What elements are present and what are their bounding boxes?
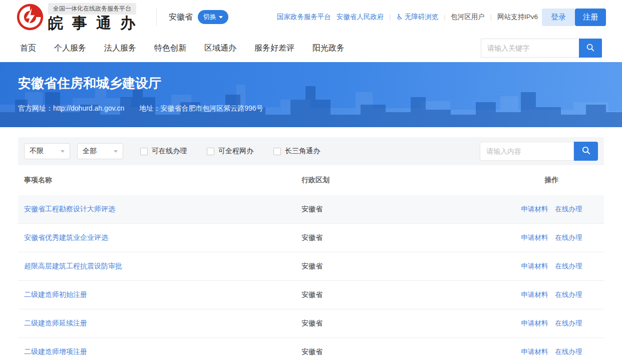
table-row[interactable]: 二级建造师初始注册 安徽省 申请材料 在线办理 (18, 281, 604, 309)
separator: | (444, 14, 445, 21)
platform-badge: 全国一体化在线政务服务平台 (48, 3, 136, 15)
apply-materials-link[interactable]: 申请材料 (521, 233, 548, 242)
filter-checkboxes: 可在线办理可全程网办长三角通办 (140, 147, 320, 156)
table-row[interactable]: 二级建造师增项注册 安徽省 申请材料 在线办理 (18, 338, 604, 364)
column-header-region: 行政区划 (301, 176, 505, 185)
table-header-row: 事项名称 行政区划 操作 (18, 165, 604, 195)
region-label: 安徽省 (169, 12, 193, 23)
search-icon (581, 146, 591, 157)
select-value: 不限 (30, 147, 44, 156)
header-link-label: 无障碍浏览 (405, 13, 439, 22)
nav-item[interactable]: 首页 (20, 43, 36, 54)
online-handle-link[interactable]: 在线办理 (555, 347, 582, 356)
header-link-label: 网站支持IPv6 (497, 13, 538, 22)
top-header: 全国一体化在线政务服务平台 皖事通办 安徽省 切换 国家政务服务平台安徽省人民政… (0, 0, 622, 34)
official-website: 官方网址：http://dohurd.ah.gov.cn (18, 104, 124, 113)
apply-materials-link[interactable]: 申请材料 (521, 262, 548, 271)
site-name: 皖事通办 (48, 15, 144, 31)
page: 全国一体化在线政务服务平台 皖事通办 安徽省 切换 国家政务服务平台安徽省人民政… (0, 0, 622, 364)
table-body: 安徽省工程勘察设计大师评选 安徽省 申请材料 在线办理 安徽省优秀建筑业企业评选… (18, 195, 604, 364)
login-button[interactable]: 登录 (542, 9, 575, 26)
item-name-link[interactable]: 二级建造师初始注册 (24, 290, 87, 298)
chevron-down-icon (219, 16, 223, 19)
header-link[interactable]: 包河区用户 (451, 13, 485, 22)
table-row[interactable]: 安徽省工程勘察设计大师评选 安徽省 申请材料 在线办理 (18, 195, 604, 224)
item-region: 安徽省 (301, 290, 505, 299)
separator: | (389, 14, 391, 21)
vertical-divider (156, 8, 157, 26)
brand-text: 全国一体化在线政务服务平台 皖事通办 (48, 3, 144, 31)
online-handle-link[interactable]: 在线办理 (555, 262, 582, 271)
online-handle-link[interactable]: 在线办理 (555, 319, 582, 328)
checkbox-label: 可在线办理 (152, 147, 187, 156)
nav-item[interactable]: 法人服务 (104, 43, 136, 54)
department-banner: 安徽省住房和城乡建设厅 官方网址：http://dohurd.ah.gov.cn… (0, 62, 622, 127)
nav-item[interactable]: 个人服务 (54, 43, 86, 54)
register-button[interactable]: 注册 (575, 9, 606, 26)
page-title: 安徽省住房和城乡建设厅 (18, 62, 604, 92)
department-address: 地址：安徽省合肥市包河区紫云路996号 (139, 104, 263, 113)
header-links: 国家政务服务平台安徽省人民政府|♿无障碍浏览|包河区用户|网站支持IPv6 (277, 13, 538, 22)
apply-materials-link[interactable]: 申请材料 (521, 290, 548, 299)
accessibility-icon: ♿ (396, 13, 403, 22)
online-handle-link[interactable]: 在线办理 (555, 290, 582, 299)
checkbox-box[interactable] (140, 148, 148, 155)
switch-label: 切换 (203, 13, 216, 22)
table-row[interactable]: 二级建造师延续注册 安徽省 申请材料 在线办理 (18, 309, 604, 338)
apply-materials-link[interactable]: 申请材料 (521, 347, 548, 356)
header-link[interactable]: 国家政务服务平台 (277, 13, 331, 22)
header-link[interactable]: ♿无障碍浏览 (396, 13, 438, 22)
column-header-actions: 操作 (505, 176, 598, 185)
brand: 全国一体化在线政务服务平台 皖事通办 (16, 3, 144, 31)
header-link-label: 包河区用户 (451, 13, 485, 22)
checkbox-box[interactable] (273, 148, 281, 155)
item-name-link[interactable]: 安徽省优秀建筑业企业评选 (24, 233, 108, 241)
nav-item[interactable]: 阳光政务 (313, 43, 345, 54)
filter-select-all[interactable]: 全部 (77, 143, 123, 159)
item-region: 安徽省 (301, 347, 505, 356)
filter-checkbox[interactable]: 长三角通办 (273, 147, 320, 156)
filter-select-unlimited[interactable]: 不限 (24, 143, 70, 159)
site-logo (16, 3, 44, 31)
nav-item[interactable]: 服务好差评 (254, 43, 294, 54)
column-header-name: 事项名称 (24, 176, 301, 185)
nav-item[interactable]: 区域通办 (204, 43, 236, 54)
keyword-search-button[interactable] (579, 39, 602, 58)
checkbox-label: 可全程网办 (218, 147, 253, 156)
nav-item[interactable]: 特色创新 (154, 43, 186, 54)
online-handle-link[interactable]: 在线办理 (555, 233, 582, 242)
main-content: 不限 全部 可在线办理可全程网办长三角通办 事项名称 行政区划 (0, 127, 622, 364)
item-region: 安徽省 (301, 233, 505, 242)
item-name-link[interactable]: 二级建造师延续注册 (24, 319, 87, 327)
checkbox-label: 长三角通办 (285, 147, 320, 156)
filter-search (480, 142, 598, 161)
services-table: 事项名称 行政区划 操作 安徽省工程勘察设计大师评选 安徽省 申请材料 在线办理… (18, 165, 604, 364)
content-search-input[interactable] (480, 142, 574, 161)
keyword-search-input[interactable] (481, 39, 579, 58)
main-nav: 首页个人服务法人服务特色创新区域通办服务好差评阳光政务 (0, 34, 622, 62)
search-icon (586, 43, 595, 54)
item-region: 安徽省 (301, 319, 505, 328)
checkbox-box[interactable] (207, 148, 214, 155)
header-link[interactable]: 网站支持IPv6 (497, 13, 538, 22)
online-handle-link[interactable]: 在线办理 (555, 205, 582, 214)
table-row[interactable]: 安徽省优秀建筑业企业评选 安徽省 申请材料 在线办理 (18, 224, 604, 252)
apply-materials-link[interactable]: 申请材料 (521, 319, 548, 328)
apply-materials-link[interactable]: 申请材料 (521, 205, 548, 214)
header-link[interactable]: 安徽省人民政府 (337, 13, 384, 22)
chevron-down-icon (114, 150, 118, 153)
region-switch: 安徽省 切换 (169, 10, 228, 24)
region-switch-button[interactable]: 切换 (198, 10, 228, 24)
item-name-link[interactable]: 超限高层建筑工程抗震设防审批 (24, 262, 122, 270)
separator: | (490, 14, 492, 21)
item-name-link[interactable]: 安徽省工程勘察设计大师评选 (24, 205, 115, 213)
item-region: 安徽省 (301, 262, 505, 271)
filter-checkbox[interactable]: 可在线办理 (140, 147, 187, 156)
table-row[interactable]: 超限高层建筑工程抗震设防审批 安徽省 申请材料 在线办理 (18, 252, 604, 281)
header-link-label: 国家政务服务平台 (277, 13, 331, 22)
filter-checkbox[interactable]: 可全程网办 (207, 147, 253, 156)
nav-items: 首页个人服务法人服务特色创新区域通办服务好差评阳光政务 (20, 43, 345, 54)
banner-info: 官方网址：http://dohurd.ah.gov.cn 地址：安徽省合肥市包河… (18, 104, 604, 113)
item-name-link[interactable]: 二级建造师增项注册 (24, 347, 87, 355)
content-search-button[interactable] (574, 142, 598, 161)
